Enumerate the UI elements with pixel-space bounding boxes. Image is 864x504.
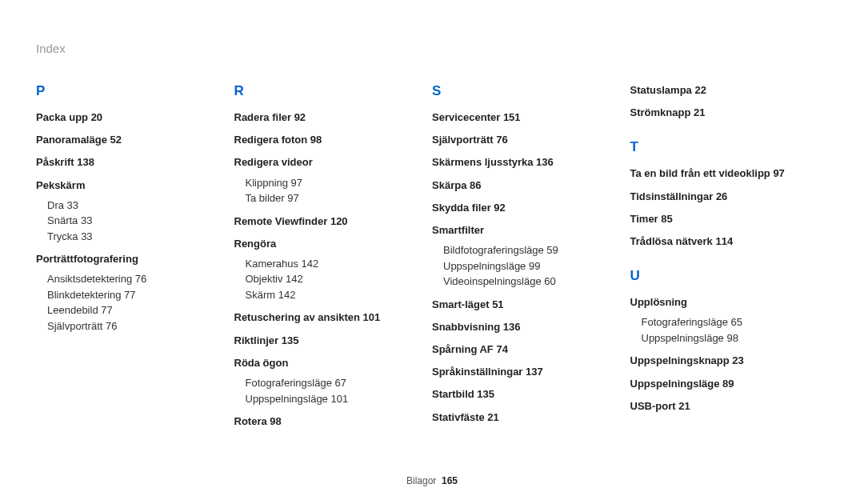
index-entry-group: Ta en bild från ett videoklipp 97 — [630, 166, 813, 181]
index-entry[interactable]: Retuschering av ansikten 101 — [234, 310, 417, 325]
index-entry[interactable]: Radera filer 92 — [234, 110, 417, 125]
index-entry-group: Språkinställningar 137 — [432, 365, 614, 379]
index-entry[interactable]: Rotera 98 — [234, 414, 417, 429]
index-entry-group: Skydda filer 92 — [432, 201, 614, 215]
index-entry-group: Stativfäste 21 — [432, 410, 614, 425]
index-entry[interactable]: Rengöra — [234, 237, 417, 251]
index-entry-group: Smart-läget 51 — [432, 298, 614, 312]
index-entry[interactable]: Statuslampa 22 — [630, 83, 813, 98]
index-subentry[interactable]: Ta bilder 97 — [246, 190, 417, 206]
index-subentry[interactable]: Ansiktsdetektering 76 — [47, 271, 218, 287]
index-entry-group: Snabbvisning 136 — [432, 320, 614, 334]
index-entry-group: USB-port 21 — [630, 399, 813, 414]
index-entry[interactable]: Trådlösa nätverk 114 — [630, 234, 813, 249]
index-entry[interactable]: Skydda filer 92 — [432, 201, 614, 215]
index-entry-group: Radera filer 92 — [234, 110, 417, 125]
index-entry[interactable]: Packa upp 20 — [36, 110, 218, 125]
index-entry-group: RengöraKamerahus 142Objektiv 142Skärm 14… — [234, 237, 417, 303]
index-subentry[interactable]: Trycka 33 — [47, 229, 218, 245]
index-entry-group: Spårning AF 74 — [432, 342, 614, 357]
index-entry-group: Skärmens ljusstyrka 136 — [432, 155, 614, 170]
index-entry[interactable]: Strömknapp 21 — [630, 106, 813, 120]
index-entry[interactable]: Remote Viewfinder 120 — [234, 214, 417, 229]
index-entry[interactable]: USB-port 21 — [630, 399, 813, 414]
index-entry[interactable]: Panoramaläge 52 — [36, 133, 218, 147]
index-entry-group: Statuslampa 22 — [630, 83, 813, 98]
index-entry[interactable]: Spårning AF 74 — [432, 342, 614, 357]
index-subentry[interactable]: Fotograferingsläge 67 — [246, 375, 417, 391]
section-letter: U — [630, 268, 813, 284]
page-title: Index — [36, 42, 66, 55]
index-entry[interactable]: Snabbvisning 136 — [432, 320, 614, 334]
index-entry[interactable]: Självporträtt 76 — [432, 133, 614, 147]
index-entry-group: Självporträtt 76 — [432, 133, 614, 147]
index-entry-group: Påskrift 138 — [36, 155, 218, 170]
column-3: SServicecenter 151Självporträtt 76Skärme… — [432, 83, 630, 437]
page-footer: Bilagor 165 — [0, 475, 864, 486]
index-subentry[interactable]: Skärm 142 — [246, 287, 417, 303]
index-entry[interactable]: Tidsinställningar 26 — [630, 190, 813, 204]
index-entry-group: Redigera videorKlippning 97Ta bilder 97 — [234, 155, 417, 206]
index-entry[interactable]: Upplösning — [630, 295, 813, 310]
index-entry[interactable]: Språkinställningar 137 — [432, 365, 614, 379]
footer-label: Bilagor — [406, 475, 436, 486]
index-subentry[interactable]: Objektiv 142 — [246, 271, 417, 287]
index-subentry[interactable]: Blinkdetektering 77 — [47, 287, 218, 303]
column-1: PPacka upp 20Panoramaläge 52Påskrift 138… — [36, 83, 234, 437]
index-entry[interactable]: Startbild 135 — [432, 387, 614, 402]
index-entry[interactable]: Röda ögon — [234, 356, 417, 370]
index-entry-group: Riktlinjer 135 — [234, 334, 417, 348]
index-entry-group: Trådlösa nätverk 114 — [630, 234, 813, 249]
index-entry[interactable]: Porträttfotografering — [36, 252, 218, 266]
index-subentry[interactable]: Videoinspelningsläge 60 — [443, 274, 614, 290]
index-entry[interactable]: Skärpa 86 — [432, 178, 614, 193]
index-subentry[interactable]: Bildfotograferingsläge 59 — [443, 242, 614, 258]
index-subentry[interactable]: Klippning 97 — [246, 175, 417, 191]
index-entry-group: Röda ögonFotograferingsläge 67Uppspelnin… — [234, 356, 417, 406]
index-entry-group: Strömknapp 21 — [630, 106, 813, 120]
index-entry[interactable]: Servicecenter 151 — [432, 110, 614, 125]
index-entry-group: Skärpa 86 — [432, 178, 614, 193]
index-entry[interactable]: Smart-läget 51 — [432, 298, 614, 312]
index-entry-group: Remote Viewfinder 120 — [234, 214, 417, 229]
footer-page-number: 165 — [442, 475, 458, 486]
index-entry-group: Servicecenter 151 — [432, 110, 614, 125]
index-entry[interactable]: Redigera foton 98 — [234, 133, 417, 147]
index-entry[interactable]: Pekskärm — [36, 178, 218, 193]
index-entry[interactable]: Uppspelningsläge 89 — [630, 377, 813, 391]
index-entry-group: Retuschering av ansikten 101 — [234, 310, 417, 325]
section-letter: S — [432, 83, 614, 99]
index-subentry[interactable]: Uppspelningsläge 99 — [443, 258, 614, 274]
index-subentry[interactable]: Uppspelningsläge 98 — [642, 330, 813, 346]
index-entry-group: Uppspelningsläge 89 — [630, 377, 813, 391]
index-entry-group: Timer 85 — [630, 212, 813, 226]
index-subentry[interactable]: Kamerahus 142 — [246, 256, 417, 272]
index-entry[interactable]: Stativfäste 21 — [432, 410, 614, 425]
index-entry-group: Redigera foton 98 — [234, 133, 417, 147]
index-entry[interactable]: Timer 85 — [630, 212, 813, 226]
index-entry-group: Rotera 98 — [234, 414, 417, 429]
section-letter: R — [234, 83, 417, 99]
index-entry-group: Uppspelningsknapp 23 — [630, 354, 813, 368]
section-letter: P — [36, 83, 218, 99]
index-subentry[interactable]: Leendebild 77 — [47, 302, 218, 318]
index-entry[interactable]: Uppspelningsknapp 23 — [630, 354, 813, 368]
index-subentry[interactable]: Fotograferingsläge 65 — [642, 314, 813, 330]
index-entry[interactable]: Riktlinjer 135 — [234, 334, 417, 348]
index-subentry[interactable]: Uppspelningsläge 101 — [246, 391, 417, 407]
index-entry-group: SmartfilterBildfotograferingsläge 59Upps… — [432, 223, 614, 290]
index-subentry[interactable]: Självporträtt 76 — [47, 318, 218, 334]
index-entry[interactable]: Ta en bild från ett videoklipp 97 — [630, 166, 813, 181]
index-columns: PPacka upp 20Panoramaläge 52Påskrift 138… — [36, 83, 828, 437]
index-entry-group: Panoramaläge 52 — [36, 133, 218, 147]
index-entry-group: Tidsinställningar 26 — [630, 190, 813, 204]
index-subentry[interactable]: Snärta 33 — [47, 213, 218, 229]
index-entry[interactable]: Smartfilter — [432, 223, 614, 238]
index-subentry[interactable]: Dra 33 — [47, 198, 218, 214]
index-entry[interactable]: Påskrift 138 — [36, 155, 218, 170]
index-entry[interactable]: Redigera videor — [234, 155, 417, 170]
index-entry-group: PorträttfotograferingAnsiktsdetektering … — [36, 252, 218, 334]
index-entry[interactable]: Skärmens ljusstyrka 136 — [432, 155, 614, 170]
index-entry-group: Startbild 135 — [432, 387, 614, 402]
column-2: RRadera filer 92Redigera foton 98Rediger… — [234, 83, 433, 437]
